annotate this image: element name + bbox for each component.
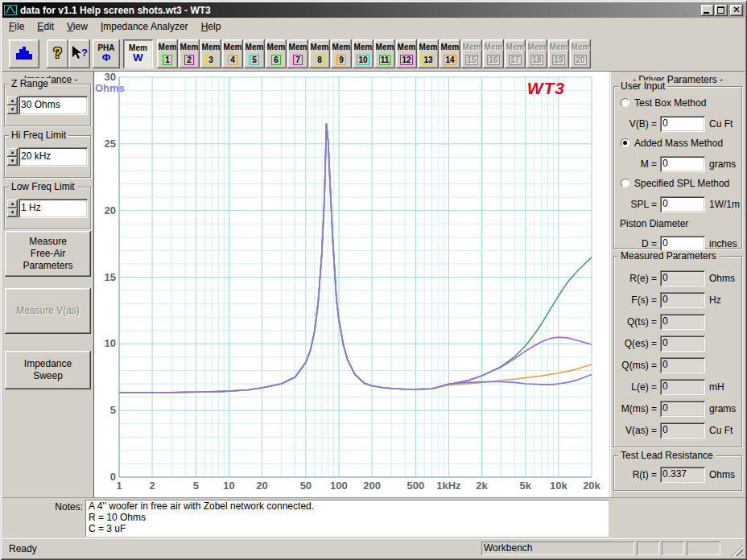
toolbar-mem-3-button[interactable]: Mem3 [200,39,221,68]
group-label-measured-parameters: Measured Parameters [618,250,719,261]
group-low-freq-limit: Low Freq Limit▲▼1 Hz [4,187,91,229]
mem-button-number: 1 [163,55,172,65]
row-m: M =0grams [616,156,740,174]
input-d[interactable]: 0 [660,236,705,252]
menu-help[interactable]: Help [195,19,228,34]
mem-button-label: Mem [461,39,482,51]
field-v-as: 0 [660,422,705,439]
impedance-sweep-button[interactable]: ImpedanceSweep [5,351,91,389]
svg-text:100: 100 [330,480,348,492]
mem-button-label: Mem [396,39,417,51]
svg-text:5k: 5k [520,480,532,492]
input-m[interactable]: 0 [660,156,705,172]
input-v-b[interactable]: 0 [660,116,705,132]
mem-button-label: Mem [222,39,243,51]
phase-toggle-button[interactable]: PHA Φ [93,39,120,68]
memory-overlay-toggle-button[interactable]: Mem W [123,39,153,68]
z-range-spin-down[interactable]: ▼ [7,105,18,114]
toolbar-mem-9-button[interactable]: Mem9 [331,39,352,68]
minimize-button[interactable] [701,5,714,16]
mem-button-number: 6 [271,55,281,65]
impedance-view-button[interactable] [9,39,39,68]
app-window: data for v1.1 Help screen shots.wt3 - WT… [0,0,747,560]
group-user-input: User InputTest Box MethodV(B) =0Cu FtAdd… [613,86,742,249]
low-freq-limit-field[interactable]: 1 Hz [19,199,88,218]
toolbar-mem-14-button[interactable]: Mem14 [440,39,460,68]
low-freq-limit-spin-down[interactable]: ▼ [7,208,18,217]
mem-button-label: Mem [353,39,374,51]
toolbar-mem-17-button: Mem17 [505,39,526,68]
mem-button-number: 15 [465,55,477,65]
mem-button-number: 10 [357,55,369,65]
radio-added-mass-method[interactable] [621,138,629,147]
svg-text:?: ? [81,47,88,59]
label-v-b: V(B) = [616,118,657,130]
row-v-as: V(as) =0Cu Ft [616,422,740,440]
menu-edit[interactable]: Edit [31,19,60,34]
low-freq-limit-spin-up[interactable]: ▲ [7,200,18,208]
client-area: - Impedance - Z Range▲▼30 OhmsHi Freq Li… [2,72,745,497]
label-r-e: R(e) = [616,273,657,284]
toolbar-mem-8-button[interactable]: Mem8 [309,39,330,68]
svg-text:10k: 10k [550,480,567,492]
menu-file[interactable]: File [2,19,31,34]
toolbar-mem-4-button[interactable]: Mem4 [222,39,243,68]
toolbar-mem-12-button[interactable]: Mem12 [396,39,417,68]
z-range-spin-up[interactable]: ▲ [7,97,18,105]
impedance-graph-icon [14,46,34,60]
toolbar-mem-1-button[interactable]: Mem1 [157,39,178,68]
toolbar-mem-16-button: Mem16 [483,39,504,68]
group-label-user-input: User Input [618,80,667,92]
toolbar-mem-11-button[interactable]: Mem11 [374,39,395,68]
radio-label-specified-spl-method: Specified SPL Method [634,178,729,189]
field-l-e: 0 [660,379,705,395]
svg-text:20: 20 [105,204,116,216]
notes-textarea[interactable]: A 4'' woofer in free air with Zobel netw… [85,500,609,537]
toolbar-mem-13-button[interactable]: Mem13 [418,39,439,68]
field-q-ms: 0 [660,357,705,373]
field-f-s: 0 [660,292,705,308]
mem-button-number: 18 [530,55,543,65]
about-button[interactable]: ? [47,39,68,68]
mem-button-number: 12 [400,55,412,65]
hi-freq-limit-field[interactable]: 20 kHz [19,147,88,167]
toolbar-mem-7-button[interactable]: Mem7 [287,39,308,68]
measure-free-air-parameters-button[interactable]: MeasureFree-AirParameters [5,231,91,277]
unit-d: inches [709,238,737,249]
toolbar-mem-6-button[interactable]: Mem6 [266,39,287,68]
label-q-es: Q(es) = [616,338,657,349]
mem-button-label: Mem [157,39,178,51]
hi-freq-limit-spin-up[interactable]: ▲ [7,148,18,157]
toolbar-mem-15-button: Mem15 [461,39,482,68]
menu-impedance-analyzer[interactable]: Impedance Analyzer [94,19,195,34]
toolbar-mem-10-button[interactable]: Mem10 [353,39,374,68]
field-r-e: 0 [660,270,705,286]
toolbar-mem-5-button[interactable]: Mem5 [244,39,265,68]
radio-label-test-box-method: Test Box Method [634,97,706,109]
svg-text:1: 1 [116,480,122,492]
input-spl[interactable]: 0 [660,196,705,212]
unit-m: grams [709,159,736,170]
radio-test-box-method[interactable] [621,98,629,107]
resize-grip[interactable] [732,545,743,556]
toolbar-mem-2-button[interactable]: Mem2 [179,39,200,68]
maximize-button[interactable] [715,5,728,16]
status-panel-3 [687,541,720,555]
toolbar: ? ? PHA Φ Mem W Mem1Mem2Mem3Mem4Mem5Mem6… [2,35,745,72]
close-button[interactable]: ✕ [730,5,743,16]
title-bar[interactable]: data for v1.1 Help screen shots.wt3 - WT… [2,2,745,18]
row-q-ms: Q(ms) =0 [616,357,740,375]
mem-button-number: 4 [228,55,237,65]
impedance-control-panel: - Impedance - Z Range▲▼30 OhmsHi Freq Li… [2,72,94,497]
context-help-button[interactable]: ? [68,39,90,68]
group-hi-freq-limit: Hi Freq Limit▲▼20 kHz [4,135,91,178]
svg-text:25: 25 [105,138,116,150]
radio-specified-spl-method[interactable] [621,179,629,187]
hi-freq-limit-spin-down[interactable]: ▼ [7,157,18,166]
phase-button-label: PHA [93,39,120,52]
unit-r-e: Ohms [709,273,735,284]
menu-view[interactable]: View [60,19,94,34]
minimize-icon [704,12,709,14]
z-range-field[interactable]: 30 Ohms [19,96,88,115]
row-r-e: R(e) =0Ohms [616,270,740,288]
